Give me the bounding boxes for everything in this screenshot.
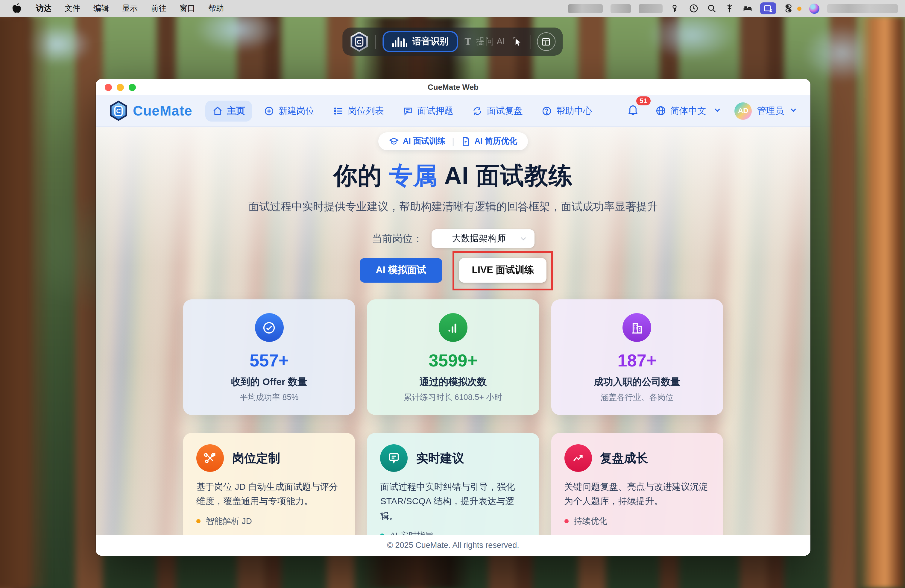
stat-sub: 涵盖各行业、各岗位 xyxy=(559,392,714,403)
bell-icon xyxy=(627,104,639,115)
stat-sub: 累计练习时长 6108.5+ 小时 xyxy=(376,392,531,403)
zoom-button[interactable] xyxy=(129,84,136,91)
language-label: 简体中文 xyxy=(670,105,706,116)
text-T-icon: T xyxy=(464,36,472,48)
plus-circle-icon xyxy=(264,106,275,116)
toggles-icon[interactable] xyxy=(784,3,794,13)
stat-card-simulations: 3599+ 通过的模拟次数 累计练习时长 6108.5+ 小时 xyxy=(367,299,539,415)
trend-up-icon xyxy=(564,444,592,472)
menubar-item-finder[interactable]: 访达 xyxy=(29,0,58,17)
title-highlight: 专属 xyxy=(389,162,437,189)
redacted-status-item[interactable] xyxy=(611,4,631,13)
apple-menu-icon[interactable] xyxy=(12,3,21,13)
badge-interview-training[interactable]: AI 面试训练 xyxy=(389,136,446,147)
time-machine-icon[interactable] xyxy=(688,3,699,13)
building-icon xyxy=(623,313,651,342)
feature-tag: AI 实时指导 xyxy=(380,531,526,535)
nav-item-home[interactable]: 主页 xyxy=(206,100,252,121)
menubar-item-edit[interactable]: 编辑 xyxy=(87,0,116,17)
bar-chart-icon xyxy=(439,313,467,342)
nav-item-interview-review[interactable]: 面试复盘 xyxy=(465,100,530,121)
position-select[interactable]: 大数据架构师 xyxy=(431,229,534,248)
redacted-status-item[interactable] xyxy=(639,4,663,13)
menubar-item-help[interactable]: 帮助 xyxy=(202,0,230,17)
current-position-label: 当前岗位： xyxy=(372,232,423,245)
search-icon[interactable] xyxy=(706,3,716,13)
cuemate-window: CueMate Web C CueMate 主页 新建岗位 xyxy=(96,79,810,556)
menubar-status-area xyxy=(568,2,898,14)
passwords-icon[interactable] xyxy=(670,3,681,13)
menubar-left: 访达 文件 编辑 显示 前往 窗口 帮助 xyxy=(7,0,230,17)
list-icon xyxy=(334,106,344,116)
badge-resume-optimize[interactable]: AI 简历优化 xyxy=(461,136,518,147)
close-button[interactable] xyxy=(105,84,112,91)
macos-menubar: 访达 文件 编辑 显示 前往 窗口 帮助 xyxy=(0,0,905,17)
feature-title: 复盘成长 xyxy=(600,450,648,466)
page-title: 你的 专属 AI 面试教练 xyxy=(333,159,573,192)
antenna-icon[interactable] xyxy=(724,3,734,13)
chevron-down-icon xyxy=(789,105,797,116)
globe-icon xyxy=(656,105,666,116)
footer: © 2025 CueMate. All rights reserved. xyxy=(96,535,810,556)
cursor-sparkle-icon[interactable] xyxy=(512,36,523,47)
stat-label: 通过的模拟次数 xyxy=(376,376,531,389)
badge-divider: | xyxy=(452,137,454,146)
hero-section: AI 面试训练 | AI 简历优化 你的 专属 AI 面试教练 面试过程中实时提… xyxy=(96,127,810,535)
avatar: AD xyxy=(734,102,752,119)
window-titlebar[interactable]: CueMate Web xyxy=(96,79,810,95)
layout-grid-icon[interactable] xyxy=(537,32,556,51)
hero-badge: AI 面试训练 | AI 简历优化 xyxy=(378,132,528,150)
tree-trunk xyxy=(0,17,51,588)
desktop-stage: 访达 文件 编辑 显示 前往 窗口 帮助 xyxy=(0,0,905,588)
nav-item-new-position[interactable]: 新建岗位 xyxy=(257,100,322,121)
waveform-icon xyxy=(392,36,407,47)
feature-tag: 持续优化 xyxy=(564,516,710,527)
document-icon xyxy=(461,137,470,146)
status-alert-dot xyxy=(797,6,802,11)
annotation-box xyxy=(452,251,553,291)
current-position-row: 当前岗位： 大数据架构师 xyxy=(372,229,534,248)
feature-body: 基于岗位 JD 自动生成面试题与评分维度，覆盖通用与专项能力。 xyxy=(196,480,342,509)
feature-tag: 智能解析 JD xyxy=(196,516,342,527)
siri-icon[interactable] xyxy=(809,3,819,13)
feature-body: 面试过程中实时纠错与引导，强化 STAR/SCQA 结构，提升表达与逻辑。 xyxy=(380,480,526,523)
feature-card-position-custom: 岗位定制 基于岗位 JD 自动生成面试题与评分维度，覆盖通用与专项能力。 智能解… xyxy=(183,433,355,535)
bed-icon[interactable] xyxy=(742,3,753,13)
menubar-item-view[interactable]: 显示 xyxy=(116,0,144,17)
notifications-button[interactable]: 51 xyxy=(624,102,642,120)
stat-label: 收到的 Offer 数量 xyxy=(192,376,347,389)
bullet-dot xyxy=(564,519,568,523)
redacted-status-item[interactable] xyxy=(568,4,603,13)
help-circle-icon xyxy=(542,106,552,116)
bullet-dot xyxy=(380,534,384,535)
cuemate-hex-logo[interactable]: C xyxy=(349,32,369,52)
ai-mock-interview-button[interactable]: AI 模拟面试 xyxy=(360,258,443,283)
nav-item-position-list[interactable]: 岗位列表 xyxy=(327,100,391,121)
ask-ai-button[interactable]: T 提问 AI xyxy=(464,36,505,48)
minimize-button[interactable] xyxy=(117,84,124,91)
voice-recognition-button[interactable]: 语音识别 xyxy=(383,31,458,52)
ask-ai-label: 提问 AI xyxy=(476,36,505,47)
brand[interactable]: C CueMate xyxy=(109,100,192,121)
nav-item-interview-questions[interactable]: 面试押题 xyxy=(396,100,460,121)
screen-sharing-icon[interactable] xyxy=(760,2,776,14)
menubar-item-file[interactable]: 文件 xyxy=(58,0,87,17)
menubar-item-window[interactable]: 窗口 xyxy=(173,0,202,17)
stat-value: 3599+ xyxy=(376,351,531,371)
feature-body: 关键问题复盘、亮点与改进建议沉淀为个人题库，持续提升。 xyxy=(564,480,710,509)
page-subtitle: 面试过程中实时提供专业建议，帮助构建清晰有逻辑的回答框架，面试成功率显著提升 xyxy=(248,199,658,214)
language-selector[interactable]: 简体中文 xyxy=(653,102,709,120)
home-icon xyxy=(213,106,223,116)
brand-name: CueMate xyxy=(133,103,192,119)
stat-value: 557+ xyxy=(192,351,347,371)
stat-card-companies: 187+ 成功入职的公司数量 涵盖各行业、各岗位 xyxy=(551,299,723,415)
stat-label: 成功入职的公司数量 xyxy=(559,376,714,389)
tools-icon xyxy=(196,444,224,472)
nav-item-help-center[interactable]: 帮助中心 xyxy=(535,100,599,121)
redacted-clock[interactable] xyxy=(827,4,898,13)
menubar-item-go[interactable]: 前往 xyxy=(144,0,173,17)
stats-row: 557+ 收到的 Offer 数量 平均成功率 85% 3599+ 通过的模拟次… xyxy=(183,299,723,415)
chevron-down-icon[interactable] xyxy=(713,105,721,116)
chevron-down-icon xyxy=(519,235,527,243)
user-menu[interactable]: AD 管理员 xyxy=(734,102,797,119)
